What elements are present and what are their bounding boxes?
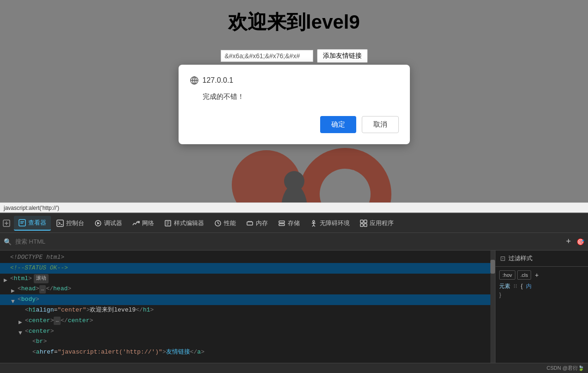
tag-bracket: </ — [61, 316, 68, 326]
tag-bracket: < — [25, 306, 29, 315]
close-brace-row: } — [499, 290, 584, 299]
tag-bracket: > — [50, 327, 54, 336]
html-search-input[interactable] — [15, 238, 558, 245]
tab-memory[interactable]: 内存 — [241, 216, 272, 230]
filter-styles-header: ⊡ 过滤样式 — [495, 251, 588, 267]
tab-performance-label: 性能 — [224, 219, 236, 227]
element-row: 元素 ⁝⁝ { 内 — [499, 282, 584, 290]
svg-point-8 — [284, 171, 304, 191]
tab-storage[interactable]: 存储 — [273, 216, 304, 230]
tab-performance[interactable]: 性能 — [210, 216, 241, 230]
storage-icon — [278, 220, 285, 227]
tag-bracket: > — [28, 274, 32, 284]
tab-network[interactable]: 网络 — [128, 216, 159, 230]
collapse-dots[interactable]: … — [39, 285, 46, 294]
attr-href-value: "javascript:alert('http://')" — [58, 348, 162, 357]
html-tag: html — [14, 274, 28, 284]
debugger-icon — [94, 220, 102, 227]
svg-marker-18 — [97, 222, 100, 225]
close-brace: } — [499, 291, 501, 298]
tab-console[interactable]: 控制台 — [52, 216, 89, 230]
status-bar: javascript:alert('http://') — [0, 202, 588, 213]
tab-debugger[interactable]: 调试器 — [90, 216, 127, 230]
svg-rect-14 — [20, 223, 23, 224]
expand-icon: ▶ — [11, 287, 17, 292]
code-line-body[interactable]: ▼ <body> — [0, 294, 495, 305]
expand-icon: ▼ — [19, 329, 24, 334]
scroll-badge[interactable]: 滚动 — [34, 274, 49, 283]
link-area: 添加友情链接 — [221, 49, 368, 63]
tag-bracket: > — [50, 316, 54, 326]
tab-application-label: 应用程序 — [370, 219, 394, 227]
expand-icon — [19, 307, 24, 313]
network-icon — [132, 220, 140, 227]
code-line-status[interactable]: <!--STATUS OK--> — [0, 263, 495, 274]
tag-bracket: < — [32, 337, 36, 347]
attr-align: align — [36, 306, 54, 315]
center-tag: center — [29, 316, 50, 326]
devtools-main-content: <!DOCTYPE html> <!--STATUS OK--> ▶ <html… — [0, 251, 588, 373]
tag-bracket: </ — [190, 348, 198, 357]
inspector-icon — [19, 219, 26, 226]
svg-rect-38 — [364, 224, 367, 226]
expand-icon — [26, 350, 31, 355]
tab-style-editor[interactable]: 样式编辑器 — [160, 216, 209, 230]
encoded-input[interactable] — [221, 50, 313, 62]
tab-style-editor-label: 样式编辑器 — [174, 219, 204, 227]
expand-icon: ▶ — [19, 318, 24, 324]
inspect-icon[interactable] — [2, 219, 11, 228]
code-line-br[interactable]: <br> — [0, 336, 495, 347]
devtools-status-bar: CSDN @君衍🍃 — [0, 363, 588, 373]
svg-line-34 — [314, 225, 315, 226]
dialog-confirm-button[interactable]: 确定 — [320, 116, 356, 133]
code-line-html[interactable]: ▶ <html> 滚动 — [0, 274, 495, 284]
tag-bracket: < — [18, 284, 21, 294]
cls-button[interactable]: .cls — [517, 270, 532, 280]
code-line-center1[interactable]: ▶ <center> … </center> — [0, 316, 495, 326]
code-line-h1[interactable]: <h1 align="center" >欢迎来到level9</h1> — [0, 305, 495, 316]
nei-label: 内 — [526, 283, 532, 289]
svg-rect-35 — [360, 220, 363, 223]
svg-rect-29 — [279, 224, 285, 226]
tab-inspector[interactable]: 查看器 — [14, 216, 51, 231]
doctype-text: <!DOCTYPE html> — [10, 253, 64, 263]
body-tag: body — [21, 295, 36, 305]
svg-rect-24 — [247, 222, 253, 225]
expand-icon — [26, 339, 31, 345]
link-text: 友情链接 — [166, 348, 190, 357]
console-icon — [56, 220, 64, 227]
browser-dialog: 127.0.0.1 完成的不错！ 确定 取消 — [179, 65, 410, 144]
tag-bracket: > — [68, 284, 71, 294]
scrollbar-thumb[interactable] — [490, 260, 495, 274]
html-panel: <!DOCTYPE html> <!--STATUS OK--> ▶ <html… — [0, 251, 495, 373]
svg-rect-36 — [364, 220, 367, 223]
expand-icon: ▼ — [11, 297, 17, 303]
grid-dots-icon: ⁝⁝ — [514, 283, 517, 289]
tab-accessibility[interactable]: 无障碍环境 — [305, 216, 354, 230]
a-tag: a — [36, 348, 40, 357]
code-line-a[interactable]: <a href="javascript:alert('http://')" >友… — [0, 347, 495, 358]
svg-rect-37 — [360, 224, 363, 226]
pick-element-icon[interactable]: 🎯 — [576, 238, 584, 245]
styles-row-hov-cls: :hov .cls + — [499, 270, 584, 280]
code-line-center2[interactable]: ▼ <center> — [0, 326, 495, 337]
dialog-cancel-button[interactable]: 取消 — [362, 116, 399, 133]
tag-bracket: > — [36, 295, 39, 305]
scrollbar[interactable] — [490, 251, 495, 373]
performance-icon — [214, 220, 222, 227]
add-link-button[interactable]: 添加友情链接 — [317, 49, 368, 63]
dialog-buttons: 确定 取消 — [190, 116, 399, 133]
tag-bracket: < — [10, 274, 14, 284]
tag-bracket: > — [36, 284, 39, 294]
head-close-tag: head — [53, 284, 68, 294]
status-text: javascript:alert('http://') — [4, 205, 59, 211]
code-line-head[interactable]: ▶ <head> … </head> — [0, 284, 495, 294]
hov-button[interactable]: :hov — [499, 270, 515, 280]
tag-bracket: < — [32, 348, 36, 357]
tab-debugger-label: 调试器 — [104, 219, 122, 227]
collapse-dots[interactable]: … — [54, 317, 61, 325]
styles-content: :hov .cls + 元素 ⁝⁝ { 内 } — [495, 267, 588, 303]
add-node-icon[interactable]: + — [566, 237, 571, 246]
add-style-button[interactable]: + — [533, 270, 540, 280]
tab-application[interactable]: 应用程序 — [355, 216, 398, 230]
